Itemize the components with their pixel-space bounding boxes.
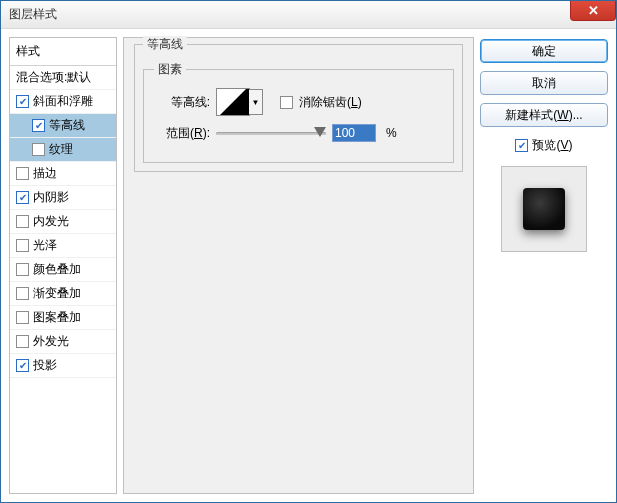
style-row-9[interactable]: 图案叠加 [10,306,116,330]
blending-options-row[interactable]: 混合选项:默认 [10,66,116,90]
style-list-heading[interactable]: 样式 [10,38,116,66]
style-row-label: 图案叠加 [33,309,112,326]
style-row-10[interactable]: 外发光 [10,330,116,354]
contour-row: 等高线: ▼ 消除锯齿(L) [154,88,443,116]
style-row-5[interactable]: 内发光 [10,210,116,234]
style-row-1[interactable]: 等高线 [10,114,116,138]
close-icon: ✕ [588,3,599,18]
preview-toggle-row: 预览(V) [480,137,608,154]
buttons-column: 确定 取消 新建样式(W)... 预览(V) [480,37,608,494]
style-checkbox[interactable] [16,359,29,372]
preview-checkbox[interactable] [515,139,528,152]
preview-label: 预览(V) [532,137,572,154]
range-input[interactable] [332,124,376,142]
antialias-label: 消除锯齿(L) [299,94,362,111]
style-row-label: 内阴影 [33,189,112,206]
contour-picker[interactable]: ▼ [216,88,250,116]
style-row-0[interactable]: 斜面和浮雕 [10,90,116,114]
contour-group: 等高线 图素 等高线: ▼ 消除锯齿(L) [134,36,463,172]
style-row-label: 渐变叠加 [33,285,112,302]
style-checkbox[interactable] [16,335,29,348]
style-checkbox[interactable] [16,215,29,228]
preview-thumbnail [523,188,565,230]
style-row-label: 内发光 [33,213,112,230]
slider-track [216,132,326,135]
window-title: 图层样式 [9,6,57,23]
cancel-button[interactable]: 取消 [480,71,608,95]
style-checkbox[interactable] [16,263,29,276]
settings-panel: 等高线 图素 等高线: ▼ 消除锯齿(L) [123,37,474,494]
chevron-down-icon[interactable]: ▼ [249,89,263,115]
elements-group-title: 图素 [154,61,186,78]
style-row-label: 外发光 [33,333,112,350]
style-row-2[interactable]: 纹理 [10,138,116,162]
style-row-label: 投影 [33,357,112,374]
antialias-checkbox[interactable] [280,96,293,109]
range-slider[interactable] [216,124,326,142]
ok-button[interactable]: 确定 [480,39,608,63]
style-checkbox[interactable] [16,191,29,204]
style-checkbox[interactable] [16,239,29,252]
style-row-11[interactable]: 投影 [10,354,116,378]
style-row-3[interactable]: 描边 [10,162,116,186]
style-row-4[interactable]: 内阴影 [10,186,116,210]
slider-thumb-icon[interactable] [314,127,326,137]
style-checkbox[interactable] [16,95,29,108]
style-checkbox[interactable] [16,167,29,180]
preview-box [501,166,587,252]
style-row-label: 颜色叠加 [33,261,112,278]
blending-options-label: 混合选项:默认 [16,69,112,86]
style-row-8[interactable]: 渐变叠加 [10,282,116,306]
titlebar: 图层样式 ✕ [1,1,616,29]
contour-label: 等高线: [154,94,210,111]
new-style-button[interactable]: 新建样式(W)... [480,103,608,127]
style-row-label: 光泽 [33,237,112,254]
style-row-label: 描边 [33,165,112,182]
range-label: 范围(R): [154,125,210,142]
style-checkbox[interactable] [16,311,29,324]
close-button[interactable]: ✕ [570,1,616,21]
style-row-label: 斜面和浮雕 [33,93,112,110]
style-checkbox[interactable] [32,143,45,156]
dialog-body: 样式 混合选项:默认 斜面和浮雕等高线纹理描边内阴影内发光光泽颜色叠加渐变叠加图… [1,29,616,502]
style-checkbox[interactable] [16,287,29,300]
elements-group: 图素 等高线: ▼ 消除锯齿(L) 范围 [143,61,454,163]
layer-style-dialog: 图层样式 ✕ 样式 混合选项:默认 斜面和浮雕等高线纹理描边内阴影内发光光泽颜色… [0,0,617,503]
style-row-6[interactable]: 光泽 [10,234,116,258]
range-row: 范围(R): % [154,124,443,142]
range-unit: % [386,126,397,140]
contour-group-title: 等高线 [143,36,187,53]
style-row-label: 等高线 [49,117,112,134]
style-checkbox[interactable] [32,119,45,132]
style-list: 样式 混合选项:默认 斜面和浮雕等高线纹理描边内阴影内发光光泽颜色叠加渐变叠加图… [9,37,117,494]
style-row-7[interactable]: 颜色叠加 [10,258,116,282]
style-row-label: 纹理 [49,141,112,158]
